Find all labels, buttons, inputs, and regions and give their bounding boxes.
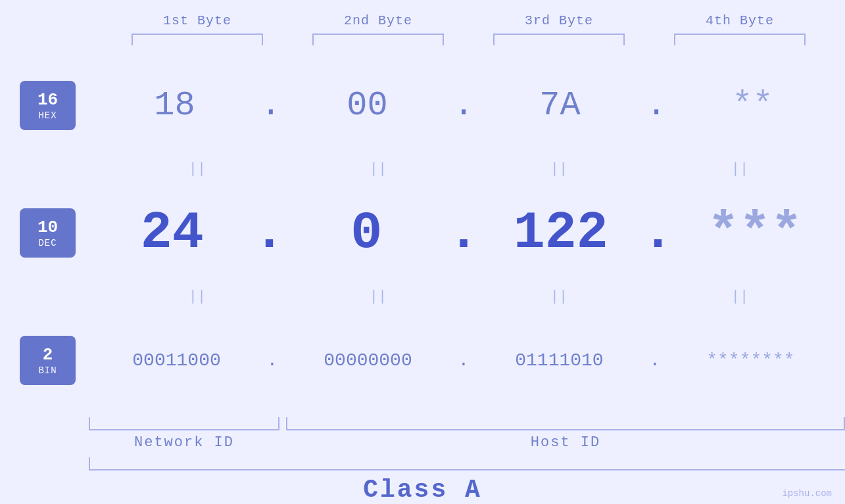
- eq2-b1: ||: [125, 288, 270, 305]
- hex-b4-value: **: [732, 86, 773, 125]
- hex-row: 16 HEX 18 . 00 . 7A . **: [0, 52, 845, 160]
- main-container: 1st Byte 2nd Byte 3rd Byte 4th Byte 16 H…: [0, 0, 845, 504]
- hex-b3-value: 7A: [539, 86, 580, 125]
- eq1-b1: ||: [125, 161, 270, 177]
- hex-byte3: 7A: [488, 86, 633, 125]
- eq1-b2: ||: [306, 161, 450, 177]
- byte4-header: 4th Byte: [661, 13, 819, 28]
- dec-byte1: 24: [100, 203, 245, 263]
- bin-dot3: .: [650, 350, 661, 371]
- dec-b1-value: 24: [141, 203, 204, 263]
- eq2-b4: ||: [667, 288, 812, 305]
- dec-byte4: ***: [683, 203, 827, 263]
- hex-byte4: **: [681, 86, 825, 125]
- bin-badge: 2 BIN: [20, 336, 76, 385]
- host-bracket: [286, 417, 845, 430]
- hex-b2-value: 00: [347, 86, 387, 125]
- header-row: 1st Byte 2nd Byte 3rd Byte 4th Byte: [107, 13, 831, 28]
- bracket-byte4: [674, 34, 806, 45]
- host-id-label: Host ID: [286, 434, 845, 451]
- hex-badge-number: 16: [37, 90, 58, 110]
- hex-dot2: .: [453, 89, 473, 123]
- dec-dot2: .: [448, 207, 479, 260]
- bin-b4-value: ********: [706, 350, 794, 371]
- hex-byte1: 18: [102, 86, 247, 125]
- watermark: ipshu.com: [782, 488, 832, 499]
- bracket-byte1: [132, 34, 263, 45]
- nh-labels: Network ID Host ID: [89, 434, 845, 451]
- dec-byte2: 0: [294, 203, 439, 263]
- dec-badge-label: DEC: [38, 238, 57, 248]
- hex-byte2: 00: [295, 86, 439, 125]
- dec-b4-value: ***: [708, 203, 802, 263]
- hex-b1-value: 18: [154, 86, 195, 125]
- hex-values: 18 . 00 . 7A . **: [95, 86, 832, 125]
- hex-dot1: .: [260, 89, 281, 123]
- bin-row: 2 BIN 00011000 . 00000000 . 01111010 . *…: [0, 306, 845, 414]
- bin-byte2: 00000000: [296, 350, 441, 371]
- hex-badge-label: HEX: [38, 110, 57, 121]
- eq1-b3: ||: [487, 161, 631, 177]
- bin-byte3: 01111010: [487, 350, 631, 371]
- dec-row: 10 DEC 24 . 0 . 122 . ***: [0, 179, 845, 287]
- bin-dot1: .: [267, 350, 278, 371]
- network-bracket: [89, 417, 279, 430]
- bin-b2-value: 00000000: [324, 350, 412, 371]
- dec-values: 24 . 0 . 122 . ***: [95, 203, 832, 263]
- dec-b2-value: 0: [350, 203, 382, 263]
- nh-brackets: [89, 417, 845, 430]
- dec-badge: 10 DEC: [20, 208, 76, 258]
- bin-badge-label: BIN: [38, 365, 57, 376]
- bin-b3-value: 01111010: [515, 350, 603, 371]
- dec-byte3: 122: [489, 203, 633, 263]
- eq2-b2: ||: [306, 288, 450, 305]
- hex-dot3: .: [646, 89, 666, 123]
- dec-b3-value: 122: [514, 203, 608, 263]
- bin-byte1: 00011000: [105, 350, 249, 371]
- overall-bracket: [89, 457, 845, 470]
- bin-badge-number: 2: [43, 345, 53, 365]
- bracket-byte3: [493, 34, 625, 45]
- dec-badge-number: 10: [37, 218, 58, 238]
- byte3-header: 3rd Byte: [480, 13, 638, 28]
- dec-dot3: .: [642, 207, 673, 260]
- byte1-header: 1st Byte: [118, 13, 276, 28]
- bottom-section: Network ID Host ID Class A: [0, 417, 845, 504]
- class-label: Class A: [13, 476, 832, 504]
- bracket-byte2: [312, 34, 444, 45]
- top-brackets: [107, 34, 831, 45]
- equals-row-1: || || || ||: [107, 160, 831, 179]
- bin-byte4: ********: [678, 350, 823, 371]
- dec-dot1: .: [254, 207, 285, 260]
- byte2-header: 2nd Byte: [299, 13, 457, 28]
- hex-badge: 16 HEX: [20, 81, 76, 130]
- network-id-label: Network ID: [89, 434, 279, 451]
- bin-b1-value: 00011000: [132, 350, 220, 371]
- equals-row-2: || || || ||: [107, 286, 831, 306]
- eq1-b4: ||: [667, 161, 812, 177]
- bin-dot2: .: [458, 350, 470, 371]
- eq2-b3: ||: [487, 288, 631, 305]
- bin-values: 00011000 . 00000000 . 01111010 . *******…: [95, 350, 832, 371]
